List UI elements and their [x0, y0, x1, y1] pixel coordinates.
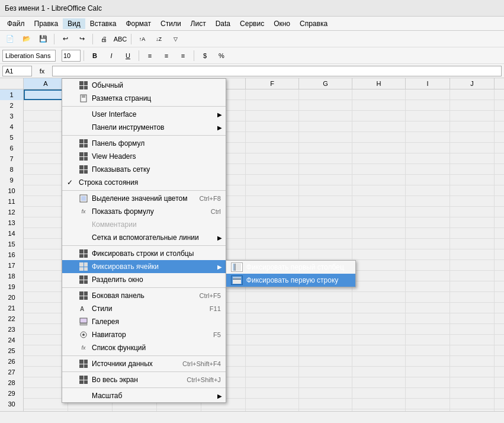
- row-number[interactable]: 6: [0, 143, 24, 153]
- cell-j8[interactable]: [450, 164, 495, 175]
- cell-f20[interactable]: [246, 292, 299, 303]
- cell-h8[interactable]: [352, 164, 406, 175]
- cell-h12[interactable]: [352, 207, 406, 217]
- cell-g9[interactable]: [299, 175, 352, 185]
- redo-button[interactable]: ↪: [75, 33, 89, 46]
- row-number[interactable]: 29: [0, 388, 24, 399]
- cell-j6[interactable]: [450, 143, 495, 153]
- cell-i27[interactable]: [406, 367, 450, 377]
- row-number[interactable]: 5: [0, 132, 24, 143]
- menu-item-show-grid[interactable]: Показывать сетку: [62, 163, 226, 176]
- cell-i18[interactable]: [406, 271, 450, 281]
- cell-i13[interactable]: [406, 217, 450, 228]
- cell-h27[interactable]: [352, 367, 406, 377]
- spellcheck-button[interactable]: ABC: [113, 33, 127, 46]
- cell-i6[interactable]: [406, 143, 450, 153]
- cell-i8[interactable]: [406, 164, 450, 175]
- menu-edit[interactable]: Правка: [30, 18, 63, 29]
- cell-h9[interactable]: [352, 175, 406, 185]
- cell-i29[interactable]: [406, 388, 450, 399]
- cell-h1[interactable]: [352, 89, 406, 100]
- underline-button[interactable]: U: [121, 49, 135, 62]
- cell-h18[interactable]: [352, 271, 406, 281]
- cell-j7[interactable]: [450, 153, 495, 164]
- col-header-i[interactable]: I: [406, 78, 450, 89]
- cell-f27[interactable]: [246, 367, 299, 377]
- row-number[interactable]: 3: [0, 111, 24, 121]
- cell-g29[interactable]: [299, 388, 352, 399]
- cell-h24[interactable]: [352, 335, 406, 345]
- cell-i16[interactable]: [406, 249, 450, 260]
- row-number[interactable]: 16: [0, 249, 24, 260]
- cell-h2[interactable]: [352, 100, 406, 111]
- cell-c31[interactable]: [113, 409, 157, 411]
- cell-h10[interactable]: [352, 185, 406, 196]
- filter-button[interactable]: ▽: [168, 33, 182, 46]
- cell-i3[interactable]: [406, 111, 450, 121]
- open-button[interactable]: 📂: [20, 33, 34, 46]
- sort-asc-button[interactable]: ↑A: [135, 33, 149, 46]
- cell-i17[interactable]: [406, 260, 450, 271]
- cell-g30[interactable]: [299, 399, 352, 409]
- cell-i2[interactable]: [406, 100, 450, 111]
- sort-desc-button[interactable]: ↓Z: [152, 33, 166, 46]
- cell-j27[interactable]: [450, 367, 495, 377]
- cell-f23[interactable]: [246, 324, 299, 335]
- row-number[interactable]: 13: [0, 217, 24, 228]
- cell-f8[interactable]: [246, 164, 299, 175]
- row-number[interactable]: 12: [0, 207, 24, 217]
- cell-i22[interactable]: [406, 313, 450, 324]
- row-number[interactable]: 25: [0, 345, 24, 356]
- col-header-h[interactable]: H: [352, 78, 406, 89]
- cell-f31[interactable]: [246, 409, 299, 411]
- cell-g6[interactable]: [299, 143, 352, 153]
- row-number[interactable]: 11: [0, 196, 24, 207]
- row-number[interactable]: 19: [0, 281, 24, 292]
- cell-g3[interactable]: [299, 111, 352, 121]
- menu-item-sidebar[interactable]: Боковая панель Ctrl+F5: [62, 289, 226, 302]
- undo-button[interactable]: ↩: [58, 33, 72, 46]
- cell-g12[interactable]: [299, 207, 352, 217]
- freeze-first-row[interactable]: Фиксировать первую строку: [226, 274, 355, 287]
- cell-i30[interactable]: [406, 399, 450, 409]
- cell-h6[interactable]: [352, 143, 406, 153]
- row-number[interactable]: 14: [0, 228, 24, 239]
- menu-item-grid-lines[interactable]: Сетка и вспомогательные линии ▶: [62, 231, 226, 244]
- cell-j1[interactable]: [450, 89, 495, 100]
- cell-h11[interactable]: [352, 196, 406, 207]
- row-number[interactable]: 30: [0, 399, 24, 409]
- cell-h23[interactable]: [352, 324, 406, 335]
- menu-window[interactable]: Окно: [269, 18, 295, 29]
- row-number[interactable]: 10: [0, 185, 24, 196]
- cell-g31[interactable]: [299, 409, 352, 411]
- menu-insert[interactable]: Вставка: [85, 18, 121, 29]
- cell-i4[interactable]: [406, 121, 450, 132]
- italic-button[interactable]: I: [104, 49, 118, 62]
- cell-d31[interactable]: [157, 409, 201, 411]
- cell-h29[interactable]: [352, 388, 406, 399]
- cell-j25[interactable]: [450, 345, 495, 356]
- cell-j23[interactable]: [450, 324, 495, 335]
- cell-f16[interactable]: [246, 249, 299, 260]
- cell-f1[interactable]: [246, 89, 299, 100]
- row-number[interactable]: 21: [0, 303, 24, 313]
- menu-item-show-formula[interactable]: fx Показать формулу Ctrl: [62, 205, 226, 218]
- cell-f9[interactable]: [246, 175, 299, 185]
- cell-f29[interactable]: [246, 388, 299, 399]
- menu-view[interactable]: Вид: [63, 18, 85, 29]
- cell-g2[interactable]: [299, 100, 352, 111]
- menu-item-datasources[interactable]: Источники данных Ctrl+Shift+F4: [62, 357, 226, 370]
- cell-j4[interactable]: [450, 121, 495, 132]
- cell-h25[interactable]: [352, 345, 406, 356]
- cell-g28[interactable]: [299, 377, 352, 388]
- cell-f22[interactable]: [246, 313, 299, 324]
- cell-h14[interactable]: [352, 228, 406, 239]
- cell-i21[interactable]: [406, 303, 450, 313]
- cell-g25[interactable]: [299, 345, 352, 356]
- cell-g7[interactable]: [299, 153, 352, 164]
- row-number[interactable]: 8: [0, 164, 24, 175]
- cell-j19[interactable]: [450, 281, 495, 292]
- cell-g26[interactable]: [299, 356, 352, 367]
- cell-f2[interactable]: [246, 100, 299, 111]
- cell-f5[interactable]: [246, 132, 299, 143]
